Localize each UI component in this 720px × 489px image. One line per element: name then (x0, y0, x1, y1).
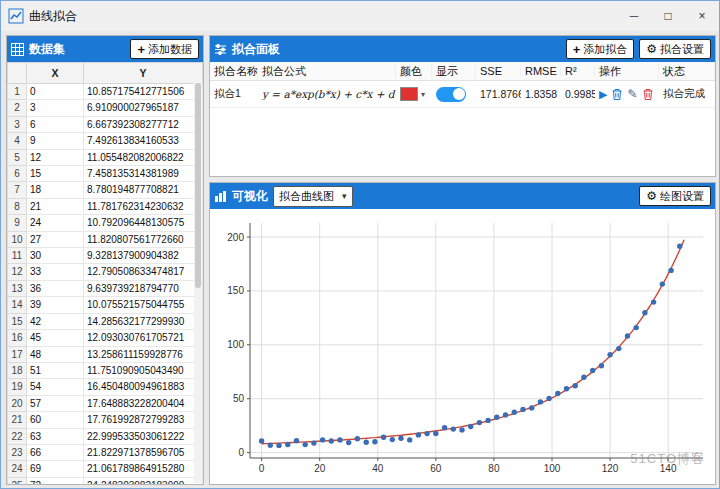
fit-settings-button[interactable]: ⚙ 拟合设置 (639, 39, 711, 59)
row-number[interactable]: 4 (8, 133, 27, 149)
visibility-toggle[interactable] (436, 87, 466, 102)
row-number[interactable]: 23 (8, 444, 27, 460)
x-cell[interactable]: 9 (27, 133, 84, 149)
x-cell[interactable]: 48 (27, 346, 84, 362)
y-cell[interactable]: 10.857175412771506 (84, 84, 203, 100)
table-row[interactable]: 174813.258611159928776 (8, 346, 203, 362)
y-cell[interactable]: 10.075521575044755 (84, 297, 203, 313)
x-cell[interactable]: 27 (27, 231, 84, 247)
add-data-button[interactable]: + 添加数据 (130, 39, 199, 59)
table-row[interactable]: 366.667392308277712 (8, 116, 203, 132)
row-number[interactable]: 7 (8, 182, 27, 198)
column-header-x[interactable]: X (27, 63, 84, 84)
y-cell[interactable]: 11.751090905043490 (84, 362, 203, 378)
y-cell[interactable]: 7.458135314381989 (84, 166, 203, 182)
row-number[interactable]: 14 (8, 297, 27, 313)
x-cell[interactable]: 21 (27, 198, 84, 214)
y-cell[interactable]: 21.061789864915280 (84, 461, 203, 477)
x-cell[interactable]: 42 (27, 313, 84, 329)
scrollbar-thumb[interactable] (195, 83, 201, 288)
table-row[interactable]: 7188.780194877708821 (8, 182, 203, 198)
y-cell[interactable]: 7.492613834160533 (84, 133, 203, 149)
row-number[interactable]: 2 (8, 100, 27, 116)
table-row[interactable]: 236.910900027965187 (8, 100, 203, 116)
y-cell[interactable]: 13.258611159928776 (84, 346, 203, 362)
row-number[interactable]: 1 (8, 84, 27, 100)
x-cell[interactable]: 15 (27, 166, 84, 182)
row-number[interactable]: 3 (8, 116, 27, 132)
x-cell[interactable]: 39 (27, 297, 84, 313)
chart-type-select[interactable]: 拟合曲线图 ▾ (273, 186, 353, 207)
y-cell[interactable]: 17.648883228200404 (84, 395, 203, 411)
minimize-button[interactable]: ─ (617, 1, 651, 31)
row-number[interactable]: 17 (8, 346, 27, 362)
x-cell[interactable]: 6 (27, 116, 84, 132)
row-number[interactable]: 6 (8, 166, 27, 182)
table-row[interactable]: 216017.761992872799283 (8, 412, 203, 428)
close-button[interactable]: × (685, 1, 719, 31)
x-cell[interactable]: 63 (27, 428, 84, 444)
x-cell[interactable]: 57 (27, 395, 84, 411)
table-row[interactable]: 11309.328137900904382 (8, 248, 203, 264)
table-row[interactable]: 236621.822971378596705 (8, 444, 203, 460)
table-row[interactable]: 246921.061789864915280 (8, 461, 203, 477)
y-cell[interactable]: 9.328137900904382 (84, 248, 203, 264)
x-cell[interactable]: 69 (27, 461, 84, 477)
y-cell[interactable]: 17.761992872799283 (84, 412, 203, 428)
y-cell[interactable]: 14.285632177299930 (84, 313, 203, 329)
x-cell[interactable]: 66 (27, 444, 84, 460)
x-cell[interactable]: 30 (27, 248, 84, 264)
row-number[interactable]: 13 (8, 280, 27, 296)
y-cell[interactable]: 9.639739218794770 (84, 280, 203, 296)
table-row[interactable]: 143910.075521575044755 (8, 297, 203, 313)
row-number[interactable]: 24 (8, 461, 27, 477)
y-cell[interactable]: 11.781762314230632 (84, 198, 203, 214)
x-cell[interactable]: 51 (27, 362, 84, 378)
y-cell[interactable]: 6.910900027965187 (84, 100, 203, 116)
column-header-y[interactable]: Y (84, 63, 203, 84)
row-number[interactable]: 16 (8, 330, 27, 346)
table-row[interactable]: 164512.093030761705721 (8, 330, 203, 346)
row-number[interactable]: 9 (8, 215, 27, 231)
row-number[interactable]: 22 (8, 428, 27, 444)
y-cell[interactable]: 11.055482082006822 (84, 149, 203, 165)
x-cell[interactable]: 3 (27, 100, 84, 116)
table-row[interactable]: 123312.790508633474817 (8, 264, 203, 280)
x-cell[interactable]: 12 (27, 149, 84, 165)
table-row[interactable]: 195416.450480094961883 (8, 379, 203, 395)
y-cell[interactable]: 8.780194877708821 (84, 182, 203, 198)
table-row[interactable]: 205717.648883228200404 (8, 395, 203, 411)
add-fit-button[interactable]: + 添加拟合 (566, 39, 635, 59)
fit-row[interactable]: 拟合1 y = a*exp(b*x) + c*x + d ▾ 171.8766 … (210, 81, 715, 108)
delete-icon[interactable] (642, 88, 654, 101)
y-cell[interactable]: 22.999533503061222 (84, 428, 203, 444)
x-cell[interactable]: 33 (27, 264, 84, 280)
edit-icon[interactable]: ✎ (627, 88, 637, 100)
table-row[interactable]: 82111.781762314230632 (8, 198, 203, 214)
row-number[interactable]: 11 (8, 248, 27, 264)
maximize-button[interactable]: □ (651, 1, 685, 31)
y-cell[interactable]: 10.792096448130575 (84, 215, 203, 231)
y-cell[interactable]: 12.790508633474817 (84, 264, 203, 280)
run-fit-icon[interactable]: ▶ (599, 89, 607, 100)
x-cell[interactable]: 18 (27, 182, 84, 198)
row-number[interactable]: 15 (8, 313, 27, 329)
x-cell[interactable]: 24 (27, 215, 84, 231)
y-cell[interactable]: 12.093030761705721 (84, 330, 203, 346)
row-number[interactable]: 8 (8, 198, 27, 214)
table-row[interactable]: 1010.857175412771506 (8, 84, 203, 100)
row-number[interactable]: 12 (8, 264, 27, 280)
table-row[interactable]: 154214.285632177299930 (8, 313, 203, 329)
y-cell[interactable]: 6.667392308277712 (84, 116, 203, 132)
table-row[interactable]: 257224.248303982183990 (8, 477, 203, 484)
row-number[interactable]: 18 (8, 362, 27, 378)
x-cell[interactable]: 45 (27, 330, 84, 346)
dataset-scrollbar[interactable] (194, 83, 202, 483)
row-number[interactable]: 20 (8, 395, 27, 411)
row-number[interactable]: 10 (8, 231, 27, 247)
x-cell[interactable]: 54 (27, 379, 84, 395)
fit-color-cell[interactable]: ▾ (396, 87, 432, 101)
table-row[interactable]: 13369.639739218794770 (8, 280, 203, 296)
table-row[interactable]: 51211.055482082006822 (8, 149, 203, 165)
row-number[interactable]: 19 (8, 379, 27, 395)
